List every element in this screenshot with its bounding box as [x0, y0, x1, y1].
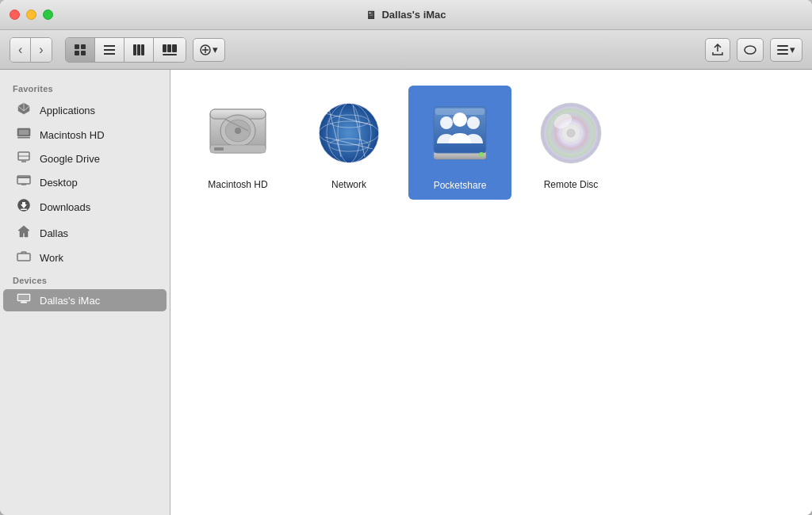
dallas-imac-icon: [16, 293, 32, 307]
svg-rect-35: [18, 295, 29, 300]
maximize-button[interactable]: [43, 10, 53, 20]
sidebar-item-desktop-label: Desktop: [40, 177, 78, 189]
desktop-icon: [16, 175, 32, 189]
sidebar-item-downloads-label: Downloads: [40, 201, 90, 213]
file-grid: Macintosh HD: [170, 70, 812, 515]
svg-point-42: [235, 128, 241, 134]
svg-rect-22: [19, 130, 29, 135]
svg-rect-33: [17, 254, 30, 261]
remote-disc-file-icon: [531, 93, 611, 173]
file-item-macintosh-hd[interactable]: Macintosh HD: [186, 86, 289, 200]
svg-rect-20: [777, 53, 788, 55]
svg-rect-2: [75, 51, 79, 55]
sidebar-item-downloads[interactable]: Downloads: [3, 194, 167, 219]
main-content: Favorites Applications: [0, 70, 812, 515]
toolbar-right: ▾: [705, 38, 802, 62]
svg-rect-7: [133, 44, 136, 55]
window-title: 🖥 Dallas's iMac: [366, 9, 446, 21]
svg-rect-8: [137, 44, 140, 55]
file-item-pocketshare[interactable]: Pocketshare: [408, 86, 511, 200]
svg-rect-37: [21, 302, 27, 303]
svg-rect-12: [172, 44, 177, 52]
share-button[interactable]: [705, 38, 730, 62]
sidebar: Favorites Applications: [0, 70, 170, 515]
view-gallery-button[interactable]: [154, 38, 186, 62]
svg-point-64: [479, 152, 484, 157]
sidebar-item-work-label: Work: [40, 252, 63, 264]
arrange-button[interactable]: ▾: [193, 38, 225, 62]
sidebar-item-desktop[interactable]: Desktop: [3, 171, 167, 193]
svg-rect-5: [104, 49, 115, 51]
pocketshare-label: Pocketshare: [431, 179, 490, 192]
titlebar: 🖥 Dallas's iMac: [0, 0, 812, 30]
sidebar-item-dallas[interactable]: Dallas: [3, 220, 167, 246]
dallas-icon: [16, 224, 32, 242]
sidebar-item-google-drive[interactable]: Google Drive: [3, 147, 167, 170]
svg-rect-9: [141, 44, 144, 55]
svg-rect-3: [81, 51, 86, 55]
favorites-label: Favorites: [0, 78, 170, 97]
imac-title-icon: 🖥: [366, 9, 377, 21]
svg-rect-6: [104, 53, 115, 55]
svg-rect-32: [21, 209, 27, 211]
macintosh-hd-icon: [16, 128, 32, 142]
network-label: Network: [331, 179, 366, 190]
arrange-arrow: ▾: [213, 44, 218, 55]
nav-group: ‹ ›: [10, 37, 52, 63]
sidebar-item-dallas-imac-label: Dallas's iMac: [40, 295, 100, 307]
sidebar-item-macintosh-hd[interactable]: Macintosh HD: [3, 124, 167, 146]
svg-rect-0: [75, 44, 79, 49]
svg-point-62: [467, 116, 480, 129]
back-button[interactable]: ‹: [10, 38, 31, 62]
downloads-icon: [16, 198, 32, 216]
svg-rect-10: [163, 44, 167, 52]
view-list-button[interactable]: [95, 38, 124, 62]
sidebar-item-dallas-label: Dallas: [40, 227, 68, 239]
sidebar-item-google-drive-label: Google Drive: [40, 153, 100, 165]
svg-rect-23: [17, 137, 30, 139]
svg-point-60: [440, 116, 453, 129]
remote-disc-label: Remote Disc: [544, 179, 599, 190]
file-item-remote-disc[interactable]: Remote Disc: [519, 86, 622, 200]
svg-rect-11: [167, 44, 171, 52]
network-file-icon: [309, 93, 389, 173]
svg-rect-63: [435, 109, 485, 115]
macintosh-hd-file-icon: [198, 93, 278, 173]
actions-button[interactable]: ▾: [770, 38, 802, 62]
window-title-text: Dallas's iMac: [381, 9, 446, 21]
svg-rect-19: [777, 49, 788, 51]
svg-rect-28: [17, 177, 30, 178]
toolbar: ‹ ›: [0, 30, 812, 70]
devices-label: Devices: [0, 269, 170, 288]
work-icon: [16, 250, 32, 265]
actions-arrow: ▾: [790, 44, 795, 55]
file-item-network[interactable]: Network: [297, 86, 400, 200]
svg-rect-45: [214, 147, 224, 151]
minimize-button[interactable]: [26, 10, 36, 20]
traffic-lights: [10, 10, 53, 20]
google-drive-icon: [16, 151, 32, 166]
svg-rect-18: [777, 45, 788, 47]
close-button[interactable]: [10, 10, 20, 20]
svg-point-71: [567, 129, 575, 137]
sidebar-item-applications-label: Applications: [40, 105, 95, 116]
sidebar-item-dallas-imac[interactable]: Dallas's iMac: [3, 289, 167, 311]
view-columns-button[interactable]: [124, 38, 154, 62]
svg-rect-13: [163, 54, 177, 55]
view-icon-button[interactable]: [66, 38, 95, 62]
svg-rect-4: [104, 45, 115, 47]
finder-window: 🖥 Dallas's iMac ‹ ›: [0, 0, 812, 515]
svg-rect-1: [81, 44, 86, 49]
sidebar-item-macintosh-hd-label: Macintosh HD: [40, 129, 105, 141]
view-group: [65, 37, 186, 63]
pocketshare-file-icon: [420, 93, 500, 173]
tag-button[interactable]: [737, 38, 764, 62]
sidebar-item-applications[interactable]: Applications: [3, 97, 167, 123]
forward-button[interactable]: ›: [31, 38, 51, 62]
svg-point-17: [745, 46, 756, 54]
sidebar-item-work[interactable]: Work: [3, 246, 167, 269]
applications-icon: [16, 101, 32, 119]
macintosh-hd-label: Macintosh HD: [208, 179, 267, 190]
